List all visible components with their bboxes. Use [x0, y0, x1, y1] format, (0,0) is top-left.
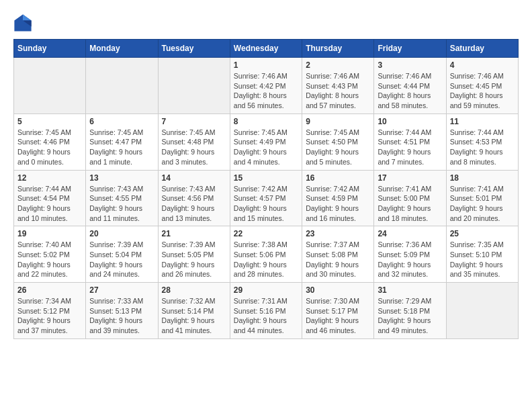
- calendar-cell: 29Sunrise: 7:31 AM Sunset: 5:16 PM Dayli…: [230, 283, 302, 339]
- calendar-cell: [158, 58, 230, 114]
- day-number: 17: [378, 173, 442, 183]
- day-number: 30: [306, 285, 370, 295]
- day-number: 7: [162, 117, 226, 126]
- calendar-week-row: 26Sunrise: 7:34 AM Sunset: 5:12 PM Dayli…: [14, 283, 519, 339]
- day-info: Sunrise: 7:31 AM Sunset: 5:16 PM Dayligh…: [234, 296, 298, 336]
- day-info: Sunrise: 7:46 AM Sunset: 4:44 PM Dayligh…: [378, 71, 442, 111]
- day-info: Sunrise: 7:41 AM Sunset: 5:01 PM Dayligh…: [450, 184, 515, 224]
- calendar-table: SundayMondayTuesdayWednesdayThursdayFrid…: [13, 39, 519, 339]
- day-info: Sunrise: 7:46 AM Sunset: 4:45 PM Dayligh…: [450, 71, 515, 111]
- calendar-cell: 3Sunrise: 7:46 AM Sunset: 4:44 PM Daylig…: [374, 58, 446, 114]
- day-number: 11: [450, 117, 515, 126]
- calendar-cell: 2Sunrise: 7:46 AM Sunset: 4:43 PM Daylig…: [302, 58, 374, 114]
- column-header-thursday: Thursday: [302, 40, 374, 58]
- day-number: 3: [378, 60, 442, 70]
- day-number: 4: [450, 60, 515, 70]
- day-info: Sunrise: 7:34 AM Sunset: 5:12 PM Dayligh…: [17, 296, 82, 336]
- day-info: Sunrise: 7:32 AM Sunset: 5:14 PM Dayligh…: [162, 296, 226, 336]
- calendar-cell: 15Sunrise: 7:42 AM Sunset: 4:57 PM Dayli…: [230, 170, 302, 226]
- calendar-cell: 23Sunrise: 7:37 AM Sunset: 5:08 PM Dayli…: [302, 226, 374, 283]
- day-info: Sunrise: 7:45 AM Sunset: 4:49 PM Dayligh…: [234, 128, 298, 167]
- day-info: Sunrise: 7:37 AM Sunset: 5:08 PM Dayligh…: [306, 240, 370, 279]
- day-info: Sunrise: 7:46 AM Sunset: 4:43 PM Dayligh…: [306, 71, 370, 111]
- calendar-cell: [14, 58, 86, 114]
- calendar-cell: 30Sunrise: 7:30 AM Sunset: 5:17 PM Dayli…: [302, 283, 374, 339]
- day-info: Sunrise: 7:43 AM Sunset: 4:55 PM Dayligh…: [89, 184, 154, 224]
- column-header-tuesday: Tuesday: [158, 40, 230, 58]
- day-info: Sunrise: 7:35 AM Sunset: 5:10 PM Dayligh…: [450, 240, 515, 279]
- calendar-cell: 12Sunrise: 7:44 AM Sunset: 4:54 PM Dayli…: [14, 170, 86, 226]
- day-info: Sunrise: 7:30 AM Sunset: 5:17 PM Dayligh…: [306, 296, 370, 336]
- calendar-cell: 1Sunrise: 7:46 AM Sunset: 4:42 PM Daylig…: [230, 58, 302, 114]
- day-info: Sunrise: 7:45 AM Sunset: 4:47 PM Dayligh…: [89, 128, 154, 167]
- calendar-cell: 21Sunrise: 7:39 AM Sunset: 5:05 PM Dayli…: [158, 226, 230, 283]
- day-number: 19: [17, 229, 82, 238]
- calendar-cell: 7Sunrise: 7:45 AM Sunset: 4:48 PM Daylig…: [158, 113, 230, 170]
- column-header-monday: Monday: [86, 40, 158, 58]
- calendar-cell: 19Sunrise: 7:40 AM Sunset: 5:02 PM Dayli…: [14, 226, 86, 283]
- calendar-cell: 25Sunrise: 7:35 AM Sunset: 5:10 PM Dayli…: [446, 226, 518, 283]
- day-number: 10: [378, 117, 442, 126]
- day-info: Sunrise: 7:38 AM Sunset: 5:06 PM Dayligh…: [234, 240, 298, 279]
- column-header-saturday: Saturday: [446, 40, 518, 58]
- logo: [13, 13, 35, 32]
- calendar-cell: 8Sunrise: 7:45 AM Sunset: 4:49 PM Daylig…: [230, 113, 302, 170]
- day-number: 2: [306, 60, 370, 70]
- calendar-cell: 26Sunrise: 7:34 AM Sunset: 5:12 PM Dayli…: [14, 283, 86, 339]
- calendar-cell: 14Sunrise: 7:43 AM Sunset: 4:56 PM Dayli…: [158, 170, 230, 226]
- calendar-cell: 16Sunrise: 7:42 AM Sunset: 4:59 PM Dayli…: [302, 170, 374, 226]
- day-number: 14: [162, 173, 226, 183]
- calendar-cell: 18Sunrise: 7:41 AM Sunset: 5:01 PM Dayli…: [446, 170, 518, 226]
- calendar-week-row: 5Sunrise: 7:45 AM Sunset: 4:46 PM Daylig…: [14, 113, 519, 170]
- column-header-sunday: Sunday: [14, 40, 86, 58]
- calendar-cell: 6Sunrise: 7:45 AM Sunset: 4:47 PM Daylig…: [86, 113, 158, 170]
- day-info: Sunrise: 7:45 AM Sunset: 4:46 PM Dayligh…: [17, 128, 82, 167]
- calendar-cell: 17Sunrise: 7:41 AM Sunset: 5:00 PM Dayli…: [374, 170, 446, 226]
- day-number: 9: [306, 117, 370, 126]
- calendar-cell: 22Sunrise: 7:38 AM Sunset: 5:06 PM Dayli…: [230, 226, 302, 283]
- day-number: 12: [17, 173, 82, 183]
- day-info: Sunrise: 7:42 AM Sunset: 4:59 PM Dayligh…: [306, 184, 370, 224]
- calendar-cell: 20Sunrise: 7:39 AM Sunset: 5:04 PM Dayli…: [86, 226, 158, 283]
- day-info: Sunrise: 7:44 AM Sunset: 4:51 PM Dayligh…: [378, 128, 442, 167]
- calendar-cell: 11Sunrise: 7:44 AM Sunset: 4:53 PM Dayli…: [446, 113, 518, 170]
- calendar-week-row: 12Sunrise: 7:44 AM Sunset: 4:54 PM Dayli…: [14, 170, 519, 226]
- day-info: Sunrise: 7:29 AM Sunset: 5:18 PM Dayligh…: [378, 296, 442, 336]
- calendar-cell: 5Sunrise: 7:45 AM Sunset: 4:46 PM Daylig…: [14, 113, 86, 170]
- calendar-cell: 13Sunrise: 7:43 AM Sunset: 4:55 PM Dayli…: [86, 170, 158, 226]
- day-info: Sunrise: 7:39 AM Sunset: 5:05 PM Dayligh…: [162, 240, 226, 279]
- calendar-header-row: SundayMondayTuesdayWednesdayThursdayFrid…: [14, 40, 519, 58]
- calendar-cell: 4Sunrise: 7:46 AM Sunset: 4:45 PM Daylig…: [446, 58, 518, 114]
- day-number: 29: [234, 285, 298, 295]
- day-info: Sunrise: 7:36 AM Sunset: 5:09 PM Dayligh…: [378, 240, 442, 279]
- day-number: 6: [89, 117, 154, 126]
- day-number: 25: [450, 229, 515, 238]
- day-info: Sunrise: 7:43 AM Sunset: 4:56 PM Dayligh…: [162, 184, 226, 224]
- calendar-cell: [446, 283, 518, 339]
- calendar-cell: 31Sunrise: 7:29 AM Sunset: 5:18 PM Dayli…: [374, 283, 446, 339]
- day-info: Sunrise: 7:46 AM Sunset: 4:42 PM Dayligh…: [234, 71, 298, 111]
- day-number: 26: [17, 285, 82, 295]
- column-header-friday: Friday: [374, 40, 446, 58]
- day-number: 8: [234, 117, 298, 126]
- day-number: 24: [378, 229, 442, 238]
- calendar-cell: 28Sunrise: 7:32 AM Sunset: 5:14 PM Dayli…: [158, 283, 230, 339]
- generalblue-logo-icon: [13, 13, 32, 32]
- calendar-cell: 24Sunrise: 7:36 AM Sunset: 5:09 PM Dayli…: [374, 226, 446, 283]
- day-number: 5: [17, 117, 82, 126]
- day-info: Sunrise: 7:41 AM Sunset: 5:00 PM Dayligh…: [378, 184, 442, 224]
- day-number: 22: [234, 229, 298, 238]
- day-info: Sunrise: 7:40 AM Sunset: 5:02 PM Dayligh…: [17, 240, 82, 279]
- day-number: 21: [162, 229, 226, 238]
- calendar-cell: [86, 58, 158, 114]
- svg-marker-1: [23, 14, 32, 20]
- day-info: Sunrise: 7:45 AM Sunset: 4:50 PM Dayligh…: [306, 128, 370, 167]
- calendar-cell: 27Sunrise: 7:33 AM Sunset: 5:13 PM Dayli…: [86, 283, 158, 339]
- day-number: 15: [234, 173, 298, 183]
- calendar-cell: 9Sunrise: 7:45 AM Sunset: 4:50 PM Daylig…: [302, 113, 374, 170]
- calendar-week-row: 19Sunrise: 7:40 AM Sunset: 5:02 PM Dayli…: [14, 226, 519, 283]
- day-number: 18: [450, 173, 515, 183]
- day-number: 1: [234, 60, 298, 70]
- day-info: Sunrise: 7:39 AM Sunset: 5:04 PM Dayligh…: [89, 240, 154, 279]
- day-info: Sunrise: 7:44 AM Sunset: 4:53 PM Dayligh…: [450, 128, 515, 167]
